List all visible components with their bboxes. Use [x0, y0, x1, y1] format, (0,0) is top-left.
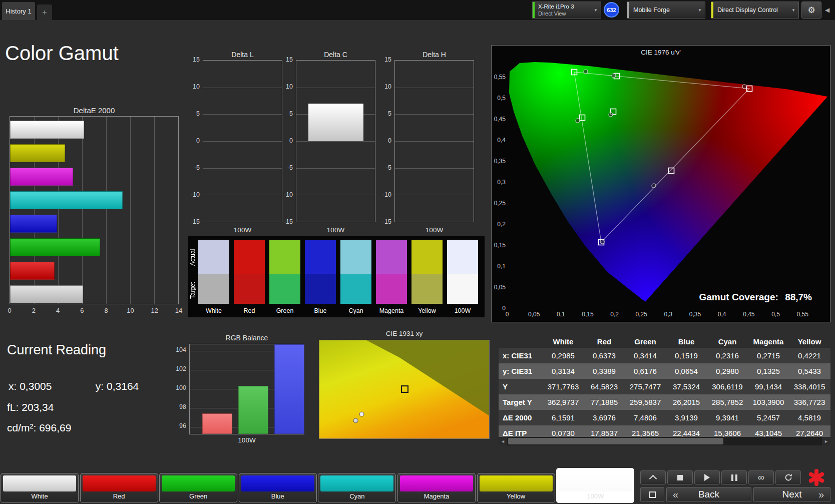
current-reading-cd: cd/m²: 696,69	[7, 422, 71, 434]
back-label: Back	[698, 489, 719, 500]
cie1976-y-tick: 0,1	[497, 263, 506, 270]
patch-button-green[interactable]: Green	[159, 473, 237, 503]
cie1976-title: CIE 1976 u'v'	[492, 49, 830, 56]
measured-marker	[600, 240, 604, 244]
patch-color	[480, 475, 553, 491]
results-row-label: ΔE 2000	[499, 410, 543, 425]
delta-gridline	[296, 168, 375, 169]
delta-gridline	[203, 88, 282, 88]
patch-button-white[interactable]: White	[1, 473, 79, 503]
patch-button-magenta[interactable]: Magenta	[397, 473, 476, 503]
cie1976-diagram	[507, 61, 829, 309]
refresh-button[interactable]	[775, 470, 801, 484]
deltae-bar-yellow	[10, 144, 65, 162]
cd-label: cd/m²:	[7, 422, 36, 433]
patch-button-100w[interactable]: 100W	[556, 468, 634, 503]
deltae-bar-red	[10, 262, 55, 280]
swatch-label: 100W	[447, 307, 478, 314]
results-cell: 0,5433	[789, 363, 830, 379]
delta-gridline	[395, 88, 474, 88]
patch-button-blue[interactable]: Blue	[239, 473, 317, 503]
results-cell: 362,9737	[543, 394, 584, 410]
source-dropdown[interactable]: Mobile Forge ▼	[627, 2, 705, 19]
xy-measured-marker	[359, 412, 364, 416]
x-label: x:	[9, 380, 17, 392]
patch-button-red[interactable]: Red	[80, 473, 158, 503]
next-button[interactable]: Next »	[753, 487, 830, 502]
swatch-actual-patch	[340, 240, 371, 274]
cie1976-y-tick: 0,5	[497, 95, 506, 102]
meter-name: X-Rite i1Pro 3	[538, 4, 574, 10]
results-header-cyan: Cyan	[707, 335, 748, 348]
y-axis: 151050-5-10-15	[378, 60, 392, 222]
results-header-red: Red	[584, 335, 625, 348]
patch-color	[320, 475, 393, 491]
play-icon	[704, 474, 710, 481]
cie1976-x-tick: 0,45	[738, 311, 760, 318]
cie1976-panel: CIE 1976 u'v' 0,550,50,450,40,350,30,250…	[491, 45, 830, 322]
delta-y-tick: -10	[191, 191, 200, 198]
pause-button[interactable]	[721, 470, 747, 484]
back-button[interactable]: « Back	[666, 487, 751, 502]
x-axis-label: 100W	[296, 226, 375, 234]
refresh-icon	[784, 473, 792, 481]
play-button[interactable]	[694, 470, 720, 484]
chevron-down-icon: ▼	[698, 8, 702, 13]
patch-label: 100W	[557, 492, 634, 500]
chart-title: Delta C	[296, 51, 375, 59]
gear-icon[interactable]: ⚙	[801, 2, 821, 19]
cie1976-x-tick: 0,25	[630, 311, 652, 318]
swatch-target-patch	[340, 274, 371, 304]
measured-marker	[742, 85, 746, 89]
patch-button-cyan[interactable]: Cyan	[318, 473, 396, 503]
patch-label: Cyan	[318, 492, 395, 500]
delta-y-tick: 15	[384, 56, 391, 63]
workflow-dropdown[interactable]: Direct Display Control ▼	[711, 2, 799, 19]
x-axis-label: 100W	[203, 226, 282, 234]
pause-icon	[731, 474, 737, 481]
meter-dropdown[interactable]: X-Rite i1Pro 3 Direct View ▼	[532, 2, 601, 19]
square-icon	[649, 491, 656, 498]
swatch-red: Red	[234, 240, 265, 314]
chevron-up-icon	[649, 474, 657, 482]
stop-button[interactable]	[667, 470, 693, 484]
results-row: Y371,776364,5823275,747737,5324306,61199…	[499, 379, 830, 394]
tab-history-1[interactable]: History 1	[2, 2, 35, 20]
deltae-bar-row	[10, 191, 178, 209]
results-cell: 0,6373	[584, 348, 625, 363]
delta-gridline	[395, 195, 474, 195]
delta-y-tick: 10	[193, 83, 200, 90]
patch-color	[3, 475, 76, 491]
deltae-x-tick: 2	[32, 307, 36, 314]
swatch-target-patch	[305, 274, 336, 304]
chevron-down-icon: ▼	[791, 8, 795, 13]
delta-gridline	[296, 195, 375, 195]
cie1976-x-tick: 0	[496, 311, 518, 318]
deltae-bar-row	[10, 285, 178, 303]
table-scrollbar[interactable]: ◄ ►	[499, 437, 830, 445]
x-value: 0,3005	[20, 380, 52, 392]
swatch-yellow: Yellow	[411, 240, 443, 314]
scrollbar-thumb[interactable]	[508, 438, 723, 444]
results-cell: 275,7477	[625, 379, 666, 394]
new-tab-button[interactable]: +	[37, 5, 52, 20]
up-button[interactable]	[640, 470, 666, 484]
cie1931-title: CIE 1931 xy	[319, 330, 490, 337]
patch-button-yellow[interactable]: Yellow	[477, 473, 555, 503]
scroll-left-arrow[interactable]: ◄	[499, 437, 507, 445]
loop-button[interactable]: ∞	[748, 470, 774, 484]
measured-marker	[584, 70, 588, 74]
deltae-plot	[10, 116, 179, 304]
collapse-panel-icon[interactable]: ◀	[825, 7, 829, 14]
stop-icon	[677, 475, 683, 480]
cie1976-y-tick: 0,55	[494, 74, 506, 81]
scroll-right-arrow[interactable]: ►	[822, 437, 830, 445]
square-icon-button[interactable]	[640, 487, 664, 502]
y-axis: 151050-5-10-15	[280, 60, 294, 222]
results-cell: 0,2980	[707, 363, 748, 379]
meter-accent	[533, 2, 535, 18]
chart-title: Delta H	[394, 51, 474, 59]
chevron-down-icon: ▼	[594, 8, 598, 13]
cie1976-x-tick: 0,5	[765, 311, 787, 318]
cie1976-x-tick: 0,4	[711, 311, 733, 318]
